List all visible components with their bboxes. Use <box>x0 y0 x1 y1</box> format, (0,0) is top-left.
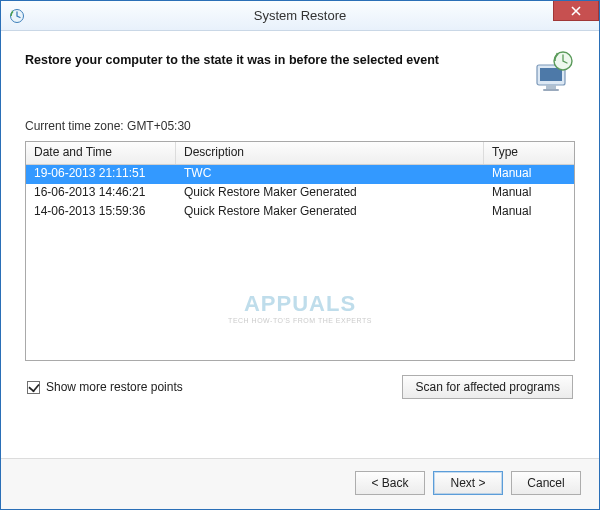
svg-rect-3 <box>546 85 556 89</box>
restore-clock-icon <box>9 8 25 24</box>
cell-description: Quick Restore Maker Generated <box>176 184 484 203</box>
system-restore-window: System Restore Restore your computer to … <box>0 0 600 510</box>
close-button[interactable] <box>553 1 599 21</box>
checkbox-icon <box>27 381 40 394</box>
restore-points-table[interactable]: Date and Time Description Type 19-06-201… <box>25 141 575 361</box>
show-more-label: Show more restore points <box>46 380 183 394</box>
cell-date: 19-06-2013 21:11:51 <box>26 165 176 184</box>
table-row[interactable]: 14-06-2013 15:59:36Quick Restore Maker G… <box>26 203 574 222</box>
content-area: Restore your computer to the state it wa… <box>1 31 599 458</box>
page-heading: Restore your computer to the state it wa… <box>25 49 519 67</box>
header-row: Restore your computer to the state it wa… <box>25 49 575 93</box>
cancel-button[interactable]: Cancel <box>511 471 581 495</box>
cell-type: Manual <box>484 165 574 184</box>
cell-type: Manual <box>484 203 574 222</box>
cell-date: 14-06-2013 15:59:36 <box>26 203 176 222</box>
svg-rect-2 <box>540 68 562 81</box>
column-header-type[interactable]: Type <box>484 142 574 164</box>
table-row[interactable]: 19-06-2013 21:11:51TWCManual <box>26 165 574 184</box>
table-body: 19-06-2013 21:11:51TWCManual16-06-2013 1… <box>26 165 574 222</box>
back-button[interactable]: < Back <box>355 471 425 495</box>
cell-date: 16-06-2013 14:46:21 <box>26 184 176 203</box>
timezone-label: Current time zone: GMT+05:30 <box>25 119 575 133</box>
titlebar[interactable]: System Restore <box>1 1 599 31</box>
wizard-footer: < Back Next > Cancel <box>1 458 599 509</box>
table-header: Date and Time Description Type <box>26 142 574 165</box>
close-icon <box>571 6 581 16</box>
below-table-row: Show more restore points Scan for affect… <box>25 375 575 399</box>
cell-description: TWC <box>176 165 484 184</box>
system-restore-icon <box>531 49 575 93</box>
scan-affected-programs-button[interactable]: Scan for affected programs <box>402 375 573 399</box>
column-header-description[interactable]: Description <box>176 142 484 164</box>
column-header-date[interactable]: Date and Time <box>26 142 176 164</box>
svg-rect-4 <box>543 89 559 91</box>
window-title: System Restore <box>1 8 599 23</box>
cell-description: Quick Restore Maker Generated <box>176 203 484 222</box>
show-more-checkbox[interactable]: Show more restore points <box>27 380 183 394</box>
cell-type: Manual <box>484 184 574 203</box>
table-row[interactable]: 16-06-2013 14:46:21Quick Restore Maker G… <box>26 184 574 203</box>
next-button[interactable]: Next > <box>433 471 503 495</box>
